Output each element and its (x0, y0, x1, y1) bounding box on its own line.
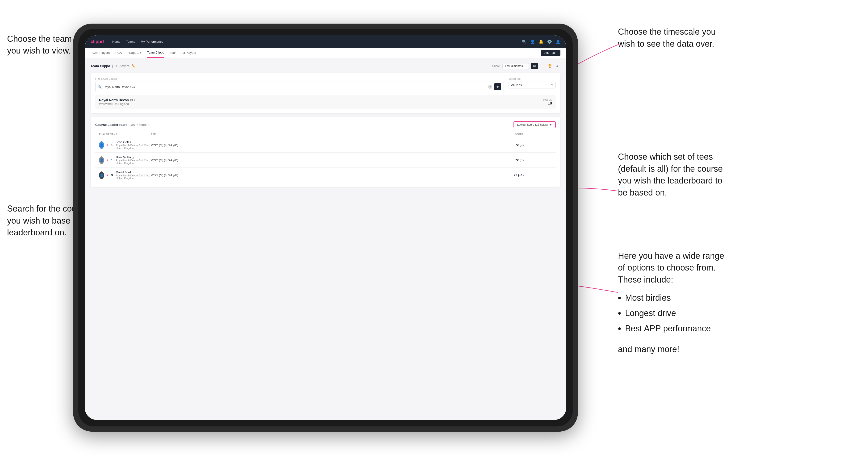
player-score-3: 73 (+1) (476, 173, 524, 177)
player-rank-2: 1 (111, 158, 114, 162)
nav-items: Home Teams My Performance (112, 39, 515, 44)
annotation-bottom-right: Here you have a wide rangeof options to … (618, 250, 724, 355)
player-tee-1: White (M) (6,744 yds) (151, 144, 476, 147)
clear-search-btn[interactable]: × (488, 85, 492, 89)
grid-view-btn[interactable]: ⊞ (531, 63, 538, 69)
search-row: Find a Golf Course 🔍 × ★ Select Tee (95, 77, 556, 92)
player-rank-3: 3 (111, 173, 114, 177)
find-course-group: Find a Golf Course 🔍 × ★ (95, 77, 504, 92)
annotation-footer: and many more! (618, 343, 724, 355)
sub-nav-pgat[interactable]: PGAT Players (91, 48, 110, 58)
bullet-2: Longest drive (625, 306, 724, 321)
course-location: Westward Ho!, England (99, 102, 135, 106)
search-input-wrapper: 🔍 × ★ (95, 82, 504, 92)
edit-team-icon[interactable]: ✏️ (131, 64, 135, 68)
settings-icon[interactable]: ⚙️ (547, 39, 552, 44)
main-content: Team Clippd | 14 Players ✏️ Show: Last 3… (85, 58, 566, 195)
holes-badge: Holes 18 (544, 99, 552, 105)
bullet-3: Best APP performance (625, 321, 724, 336)
player-info-1: 👤 ♥ 1 Josh Coles Royal North Devon Golf … (99, 140, 151, 150)
team-header: Team Clippd | 14 Players ✏️ Show: Last 3… (91, 63, 560, 69)
player-name-2: Blair McHarg (116, 155, 151, 159)
col-player-name: PLAYER NAME (99, 133, 151, 135)
tablet-screen: clippd Home Teams My Performance 🔍 👤 🔔 ⚙… (85, 35, 566, 420)
col-score: SCORE (476, 133, 524, 135)
course-name: Royal North Devon GC (99, 98, 135, 102)
course-info: Royal North Devon GC Westward Ho!, Engla… (99, 98, 135, 106)
show-select-wrapper: Last 3 months Last 6 months Last year (502, 63, 529, 69)
nav-my-performance[interactable]: My Performance (141, 39, 163, 44)
app-container: clippd Home Teams My Performance 🔍 👤 🔔 ⚙… (85, 35, 566, 420)
tee-select-group: Select Tee All Tees White Tees Yellow Te… (508, 77, 556, 88)
player-avatar-2: 👤 (99, 156, 104, 164)
show-controls: Show: Last 3 months Last 6 months Last y… (492, 63, 560, 69)
trophy-view-btn[interactable]: 🏆 (546, 63, 553, 69)
player-club-3: Royal North Devon Golf Club, United King… (116, 174, 151, 180)
heart-icon-3: ♥ (106, 174, 108, 177)
top-nav: clippd Home Teams My Performance 🔍 👤 🔔 ⚙… (85, 35, 566, 48)
player-table: PLAYER NAME TEE SCORE 👤 ♥ 1 (95, 131, 556, 183)
show-label: Show: (492, 64, 500, 68)
col-tee: TEE (151, 133, 476, 135)
nav-home[interactable]: Home (112, 39, 121, 44)
holes-label: Holes (544, 99, 552, 101)
sub-nav-tour[interactable]: Tour (170, 48, 176, 58)
download-btn[interactable]: ⬇ (554, 63, 560, 69)
player-avatar-1: 👤 (99, 141, 104, 149)
tee-select-label: Select Tee (508, 77, 556, 80)
player-name-1: Josh Coles (116, 140, 151, 144)
score-type-chevron: ▼ (550, 124, 552, 126)
heart-icon-2: ♥ (106, 158, 108, 162)
avatar-icon[interactable]: 👤 (556, 39, 560, 44)
tee-select[interactable]: All Tees White Tees Yellow Tees Red Tees (511, 83, 551, 87)
add-team-button[interactable]: Add Team (541, 50, 560, 56)
leaderboard-title: Course Leaderboard, Last 3 months (95, 123, 150, 127)
view-icons: ⊞ ☰ 🏆 ⬇ (531, 63, 560, 69)
player-tee-3: White (M) (6,744 yds) (151, 174, 476, 177)
table-row: 👤 ♥ 3 David Ford Royal North Devon Golf … (95, 168, 556, 183)
player-info-2: 👤 ♥ 1 Blair McHarg Royal North Devon Gol… (99, 155, 151, 165)
search-icon[interactable]: 🔍 (522, 39, 526, 44)
tee-select-wrapper: All Tees White Tees Yellow Tees Red Tees… (508, 82, 556, 88)
heart-icon-1: ♥ (106, 144, 108, 147)
sub-nav-team-clippd[interactable]: Team Clippd (147, 48, 164, 58)
annotation-bottom-title: Here you have a wide rangeof options to … (618, 250, 724, 286)
tablet-device: clippd Home Teams My Performance 🔍 👤 🔔 ⚙… (73, 24, 578, 432)
player-score-2: 72 (E) (476, 158, 524, 162)
sub-nav-all-players[interactable]: All Players (181, 48, 196, 58)
player-count: | 14 Players (112, 64, 129, 68)
sub-nav-pga[interactable]: PGA (115, 48, 122, 58)
search-magnifier-icon: 🔍 (98, 85, 102, 89)
team-title-group: Team Clippd | 14 Players ✏️ (91, 64, 135, 68)
annotation-top-right: Choose the timescale youwish to see the … (618, 14, 716, 50)
player-tee-2: White (M) (6,744 yds) (151, 158, 476, 162)
list-view-btn[interactable]: ☰ (539, 63, 545, 69)
bullet-1: Most birdies (625, 290, 724, 306)
app-logo: clippd (91, 39, 104, 44)
table-row: 👤 ♥ 1 Josh Coles Royal North Devon Golf … (95, 137, 556, 153)
show-select[interactable]: Last 3 months Last 6 months Last year (502, 63, 529, 69)
nav-teams[interactable]: Teams (126, 39, 135, 44)
table-header: PLAYER NAME TEE SCORE (95, 131, 556, 137)
find-course-label: Find a Golf Course (95, 77, 504, 80)
leaderboard-card: Course Leaderboard, Last 3 months Lowest… (91, 117, 560, 187)
annotation-middle-right: Choose which set of tees(default is all)… (618, 139, 723, 198)
player-score-1: 72 (E) (476, 143, 524, 147)
table-row: 👤 ♥ 1 Blair McHarg Royal North Devon Gol… (95, 153, 556, 168)
player-name-3: David Ford (116, 170, 151, 174)
favourite-btn[interactable]: ★ (494, 83, 501, 90)
sub-nav-hcaps[interactable]: Hcaps 1-5 (128, 48, 142, 58)
course-search-input[interactable] (103, 85, 486, 89)
player-club-1: Royal North Devon Golf Club, United King… (116, 144, 151, 150)
score-type-button[interactable]: Lowest Score (18 holes) ▼ (514, 121, 556, 128)
player-info-3: 👤 ♥ 3 David Ford Royal North Devon Golf … (99, 170, 151, 180)
score-type-label: Lowest Score (18 holes) (517, 123, 548, 126)
holes-value: 18 (544, 101, 552, 105)
course-search-card: Find a Golf Course 🔍 × ★ Select Tee (91, 73, 560, 113)
notification-icon[interactable]: 🔔 (539, 39, 544, 44)
sub-nav: PGAT Players PGA Hcaps 1-5 Team Clippd T… (85, 48, 566, 58)
player-club-2: Royal North Devon Golf Club, United King… (116, 159, 151, 165)
team-name: Team Clippd (91, 64, 110, 68)
leaderboard-header: Course Leaderboard, Last 3 months Lowest… (95, 121, 556, 128)
profile-icon[interactable]: 👤 (530, 39, 535, 44)
